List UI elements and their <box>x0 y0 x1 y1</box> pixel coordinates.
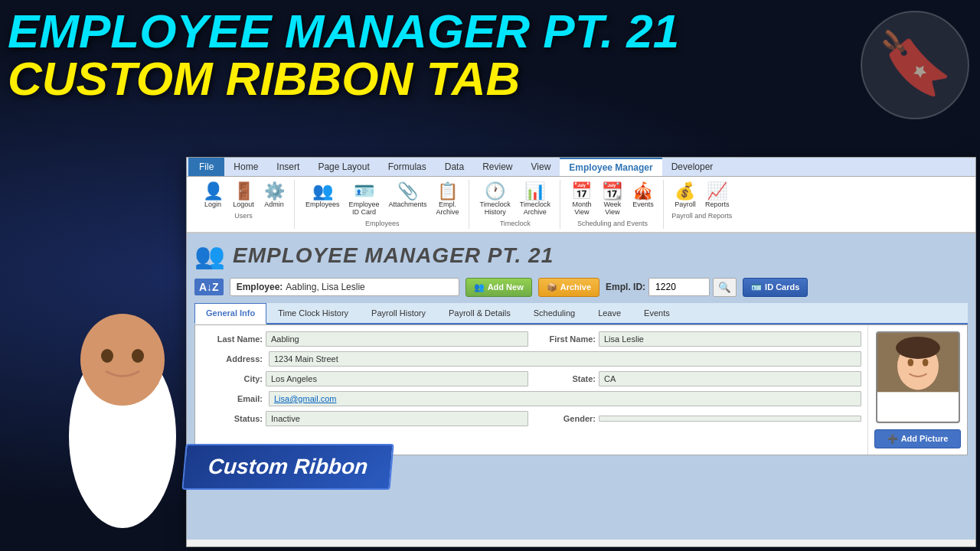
tab-developer[interactable]: Developer <box>662 158 723 176</box>
last-name-label: Last Name: <box>201 334 263 344</box>
first-name-group: First Name: Lisa Leslie <box>534 331 861 347</box>
id-cards-label: ID Cards <box>765 282 799 292</box>
tab-events[interactable]: Events <box>632 303 681 323</box>
tab-data[interactable]: Data <box>436 158 473 176</box>
ribbon-btn-events[interactable]: 🎪 Events <box>629 181 657 210</box>
add-new-button[interactable]: 👥 Add New <box>466 278 532 297</box>
empl-id-group: Empl. ID: 🔍 <box>606 278 737 297</box>
ribbon-btn-timeclock-history[interactable]: 🕐 TimeclockHistory <box>477 181 514 218</box>
app-title-bar: 👥 EMPLOYEE MANAGER PT. 21 <box>194 241 968 270</box>
ribbon-btn-timeclock-history-label: TimeclockHistory <box>480 201 511 217</box>
ribbon-btn-login[interactable]: 👤 Login <box>199 181 227 210</box>
app-title-text: EMPLOYEE MANAGER PT. 21 <box>233 243 554 268</box>
email-value[interactable]: Lisa@gmail.com <box>269 391 861 406</box>
ribbon-btn-admin-label: Admin <box>264 201 284 209</box>
tab-formulas[interactable]: Formulas <box>379 158 436 176</box>
archive-label: Archive <box>560 282 591 292</box>
toolbar-row: A↓Z Employee: Aabling, Lisa Leslie 👥 Add… <box>194 278 968 297</box>
ribbon-group-employees-label: Employees <box>365 220 400 227</box>
tab-payroll-history[interactable]: Payroll History <box>360 303 437 323</box>
ribbon-btn-employee-id-card[interactable]: 🪪 EmployeeID Card <box>346 181 383 218</box>
tab-time-clock-history[interactable]: Time Clock History <box>266 303 360 323</box>
ribbon-btn-timeclock-archive[interactable]: 📊 TimeclockArchive <box>517 181 554 218</box>
ribbon-group-employees: 👥 Employees 🪪 EmployeeID Card 📎 Attachme… <box>296 180 469 229</box>
reports-icon: 📈 <box>707 183 727 200</box>
employee-photo <box>876 331 960 423</box>
ribbon-btn-payroll-label: Payroll <box>675 201 696 209</box>
ribbon-btn-attachments-label: Attachments <box>389 201 427 209</box>
ribbon-tabs-bar: File Home Insert Page Layout Formulas Da… <box>187 158 975 177</box>
city-label: City: <box>201 374 263 383</box>
add-picture-button[interactable]: ➕ Add Picture <box>874 429 961 448</box>
nav-tabs: General Info Time Clock History Payroll … <box>194 303 968 324</box>
ribbon-group-scheduling-label: Scheduling and Events <box>577 220 648 227</box>
ribbon-btn-payroll[interactable]: 💰 Payroll <box>671 181 699 210</box>
ribbon-group-payroll-label: Payroll and Reports <box>671 212 732 220</box>
tab-home[interactable]: Home <box>224 158 267 176</box>
tab-file[interactable]: File <box>188 158 224 176</box>
status-group: Status: Inactive <box>201 411 528 426</box>
ribbon-btn-employee-id-card-label: EmployeeID Card <box>349 201 380 217</box>
tab-general-info[interactable]: General Info <box>194 303 266 324</box>
address-value: 1234 Main Street <box>269 351 861 367</box>
ribbon-banner-text: Custom Ribbon <box>207 455 369 478</box>
ribbon-btn-events-label: Events <box>632 201 654 209</box>
svg-point-11 <box>132 349 144 363</box>
ribbon-btn-month-view[interactable]: 📅 MonthView <box>568 181 596 218</box>
gender-group: Gender: <box>534 411 861 426</box>
last-name-group: Last Name: Aabling <box>201 331 528 347</box>
week-view-icon: 📆 <box>602 183 622 200</box>
ribbon-btn-admin[interactable]: ⚙️ Admin <box>260 181 288 210</box>
ribbon-group-timeclock-items: 🕐 TimeclockHistory 📊 TimeclockArchive <box>477 181 554 218</box>
tab-page-layout[interactable]: Page Layout <box>309 158 378 176</box>
ribbon-group-scheduling: 📅 MonthView 📆 WeekView 🎪 Events Scheduli… <box>562 180 664 229</box>
status-gender-row: Status: Inactive Gender: <box>201 411 861 426</box>
tab-payroll-details[interactable]: Payroll & Details <box>437 303 522 323</box>
ribbon-btn-logout[interactable]: 🚪 Logout <box>230 181 257 210</box>
email-row: Email: Lisa@gmail.com <box>201 391 861 406</box>
form-area: Last Name: Aabling First Name: Lisa Lesl… <box>194 324 968 455</box>
tab-review[interactable]: Review <box>473 158 521 176</box>
tab-insert[interactable]: Insert <box>267 158 309 176</box>
employee-field: Employee: Aabling, Lisa Leslie <box>230 278 459 296</box>
ribbon-btn-empl-archive[interactable]: 📋 Empl.Archive <box>433 181 462 218</box>
empl-id-label: Empl. ID: <box>606 282 645 292</box>
employee-field-label: Employee: <box>237 282 283 292</box>
ribbon-btn-month-view-label: MonthView <box>572 201 591 217</box>
address-label: Address: <box>201 354 263 364</box>
tab-view[interactable]: View <box>522 158 560 176</box>
gender-label: Gender: <box>534 414 596 423</box>
tab-scheduling[interactable]: Scheduling <box>522 303 586 323</box>
svg-point-4 <box>907 359 913 367</box>
decorative-icon: 🔖 <box>858 8 972 122</box>
ribbon-btn-week-view-label: WeekView <box>604 201 622 217</box>
employees-icon: 👥 <box>312 183 333 200</box>
archive-button[interactable]: 📦 Archive <box>538 278 599 297</box>
ribbon-group-payroll: 💰 Payroll 📈 Reports Payroll and Reports <box>665 180 739 229</box>
ribbon-btn-attachments[interactable]: 📎 Attachments <box>386 181 430 210</box>
attachments-icon: 📎 <box>397 183 418 200</box>
payroll-icon: 💰 <box>675 183 695 200</box>
svg-point-6 <box>896 337 940 359</box>
status-label: Status: <box>201 414 263 423</box>
search-icon: 🔍 <box>718 282 731 293</box>
ribbon-btn-reports[interactable]: 📈 Reports <box>702 181 733 210</box>
search-button[interactable]: 🔍 <box>713 278 737 297</box>
gender-value <box>599 416 861 422</box>
admin-icon: ⚙️ <box>264 183 285 200</box>
tab-employee-manager[interactable]: Employee Manager <box>560 158 662 176</box>
tab-leave[interactable]: Leave <box>586 303 632 323</box>
ribbon-btn-employees[interactable]: 👥 Employees <box>302 181 343 210</box>
form-left: Last Name: Aabling First Name: Lisa Lesl… <box>195 325 867 455</box>
add-new-icon: 👥 <box>474 282 485 292</box>
id-cards-button[interactable]: 🪪 ID Cards <box>743 278 808 297</box>
svg-rect-7 <box>877 392 959 422</box>
empl-id-input[interactable] <box>648 278 710 296</box>
city-value: Los Angeles <box>266 371 528 386</box>
ribbon-btn-logout-label: Logout <box>233 201 254 209</box>
ribbon-btn-week-view[interactable]: 📆 WeekView <box>599 181 626 218</box>
main-content: 👥 EMPLOYEE MANAGER PT. 21 A↓Z Employee: … <box>187 233 975 540</box>
city-group: City: Los Angeles <box>201 371 528 386</box>
svg-point-5 <box>922 359 928 367</box>
form-right: ➕ Add Picture <box>867 325 967 455</box>
